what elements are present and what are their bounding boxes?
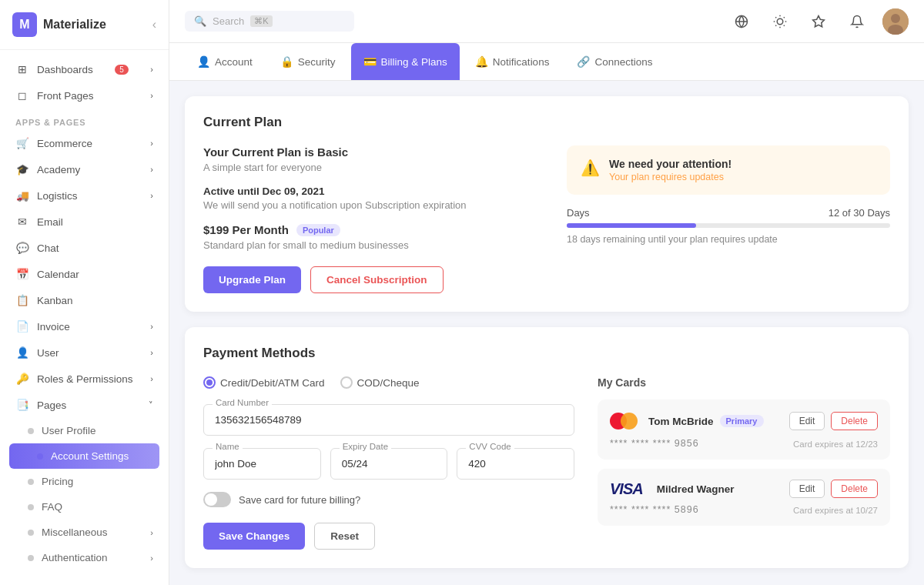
sidebar-label-calendar: Calendar	[37, 269, 79, 280]
cvv-input[interactable]	[457, 448, 574, 480]
tab-billing[interactable]: 💳 Billing & Plans	[351, 43, 460, 80]
tab-notifications-label: Notifications	[493, 56, 550, 68]
sidebar-label-account-settings: Account Settings	[51, 450, 129, 462]
star-icon[interactable]	[805, 8, 832, 35]
pages-icon: 📑	[15, 399, 29, 411]
name-input[interactable]	[203, 448, 321, 480]
sidebar-item-invoice[interactable]: 📄 Invoice ›	[0, 313, 169, 339]
sidebar-item-calendar[interactable]: 📅 Calendar	[0, 261, 169, 287]
calendar-icon: 📅	[15, 268, 29, 280]
sidebar-item-kanban[interactable]: 📋 Kanban	[0, 287, 169, 313]
sidebar-label-auth: Authentication	[42, 552, 108, 563]
attention-box: ⚠️ We need your attention! Your plan req…	[567, 145, 890, 195]
payment-methods-card: Payment Methods Credit/Debit/ATM Card CO…	[185, 327, 909, 568]
sidebar-item-dashboards[interactable]: ⊞ Dashboards 5 ›	[0, 56, 169, 82]
radio-credit-circle	[203, 376, 216, 389]
expiry-field: Expiry Date	[330, 448, 448, 480]
card-edit-button[interactable]: Edit	[789, 480, 825, 498]
save-changes-button[interactable]: Save Changes	[203, 523, 305, 550]
apps-section-label: APPS & PAGES	[0, 109, 169, 130]
expiry-input[interactable]	[330, 448, 448, 480]
name-field: Name	[203, 448, 321, 480]
tab-notifications[interactable]: 🔔 Notifications	[463, 43, 562, 80]
reset-button[interactable]: Reset	[314, 523, 375, 550]
sidebar-label-dashboards: Dashboards	[37, 64, 93, 75]
search-box[interactable]: 🔍 Search ⌘K	[185, 11, 354, 32]
current-plan-title: Current Plan	[203, 115, 890, 130]
save-card-toggle[interactable]	[203, 492, 231, 507]
sidebar-item-ecommerce[interactable]: 🛒 Ecommerce ›	[0, 130, 169, 156]
sidebar-item-pages[interactable]: 📑 Pages ˅	[0, 392, 169, 418]
plan-desc: A simple start for everyone	[203, 162, 536, 173]
notification-icon[interactable]	[844, 8, 870, 35]
dot-icon	[37, 453, 43, 460]
cvv-field: CVV Code	[457, 448, 574, 480]
card-delete-button[interactable]: Delete	[831, 412, 878, 430]
card-number-mask: **** **** **** 5896	[610, 504, 699, 515]
sidebar-nav: ⊞ Dashboards 5 › ◻ Front Pages › APPS & …	[0, 50, 169, 577]
sidebar-label-pages: Pages	[37, 399, 66, 411]
card-edit-button[interactable]: Edit	[789, 412, 825, 430]
cvv-label: CVV Code	[466, 442, 514, 451]
sidebar-item-chat[interactable]: 💬 Chat	[0, 235, 169, 261]
sidebar-sub-authentication[interactable]: Authentication ›	[0, 545, 169, 570]
current-plan-card: Current Plan Your Current Plan is Basic …	[185, 96, 909, 312]
saved-card-mastercard: Tom McBride Primary Edit Delete	[598, 399, 890, 460]
chevron-down-icon: ˅	[149, 400, 153, 410]
svg-point-2	[777, 18, 783, 25]
svg-line-10	[784, 17, 785, 18]
tab-connections[interactable]: 🔗 Connections	[564, 43, 665, 80]
chevron-right-icon: ›	[150, 191, 153, 200]
translate-icon[interactable]	[728, 8, 755, 35]
dashboards-badge: 5	[115, 65, 129, 75]
card-expiry: Card expires at 12/23	[793, 440, 878, 449]
card-delete-button[interactable]: Delete	[831, 480, 878, 498]
sidebar-item-email[interactable]: ✉ Email	[0, 209, 169, 235]
content-area: Current Plan Your Current Plan is Basic …	[169, 81, 924, 585]
payment-type-group: Credit/Debit/ATM Card COD/Cheque	[203, 376, 574, 389]
radio-cod[interactable]: COD/Cheque	[340, 376, 420, 389]
chevron-right-icon: ›	[150, 348, 153, 357]
billing-tab-icon: 💳	[363, 55, 377, 68]
theme-icon[interactable]	[767, 8, 793, 35]
sidebar-item-front-pages[interactable]: ◻ Front Pages ›	[0, 82, 169, 109]
card-details-row: Name Expiry Date CVV Code	[203, 448, 574, 492]
sidebar-sub-account-settings[interactable]: Account Settings	[9, 443, 159, 469]
card-expiry: Card expires at 10/27	[793, 506, 878, 515]
card-number-field: Card Number	[203, 404, 574, 436]
cancel-subscription-button[interactable]: Cancel Subscription	[310, 266, 444, 293]
sidebar-logo: M Materialize ‹	[0, 0, 169, 50]
tab-billing-label: Billing & Plans	[381, 56, 447, 68]
avatar[interactable]	[882, 8, 909, 35]
saved-card-visa: VISA Mildred Wagner Edit Delete	[598, 469, 890, 526]
sidebar-item-academy[interactable]: 🎓 Academy ›	[0, 156, 169, 182]
sidebar-sub-miscellaneous[interactable]: Miscellaneous ›	[0, 520, 169, 545]
connections-tab-icon: 🔗	[577, 55, 590, 68]
sidebar-item-roles[interactable]: 🔑 Roles & Permissions ›	[0, 366, 169, 392]
tab-account[interactable]: 👤 Account	[185, 43, 265, 80]
tab-security[interactable]: 🔒 Security	[268, 43, 348, 80]
sidebar-toggle-icon[interactable]: ‹	[152, 18, 156, 32]
expiry-label: Expiry Date	[340, 442, 391, 451]
svg-line-6	[784, 25, 785, 25]
sidebar-sub-pricing[interactable]: Pricing	[0, 469, 169, 494]
plan-info: Your Current Plan is Basic A simple star…	[203, 145, 536, 293]
chevron-right-icon: ›	[150, 528, 153, 537]
sidebar: M Materialize ‹ ⊞ Dashboards 5 › ◻ Front…	[0, 0, 169, 585]
primary-badge: Primary	[720, 415, 764, 427]
card-number-input[interactable]	[203, 404, 574, 436]
plan-price-desc: Standard plan for small to medium busine…	[203, 239, 536, 251]
my-cards-title: My Cards	[598, 376, 890, 389]
sidebar-label-chat: Chat	[37, 242, 59, 254]
radio-credit-card[interactable]: Credit/Debit/ATM Card	[203, 376, 325, 389]
search-icon: 🔍	[194, 15, 206, 27]
sidebar-sub-user-profile[interactable]: User Profile	[0, 418, 169, 443]
upgrade-plan-button[interactable]: Upgrade Plan	[203, 266, 301, 293]
chevron-right-icon: ›	[150, 374, 153, 383]
sidebar-sub-faq[interactable]: FAQ	[0, 494, 169, 520]
dot-icon	[28, 479, 34, 485]
sidebar-item-user[interactable]: 👤 User ›	[0, 339, 169, 366]
days-value: 12 of 30 Days	[829, 207, 890, 219]
sidebar-item-logistics[interactable]: 🚚 Logistics ›	[0, 182, 169, 209]
sidebar-label-misc: Miscellaneous	[42, 526, 108, 538]
